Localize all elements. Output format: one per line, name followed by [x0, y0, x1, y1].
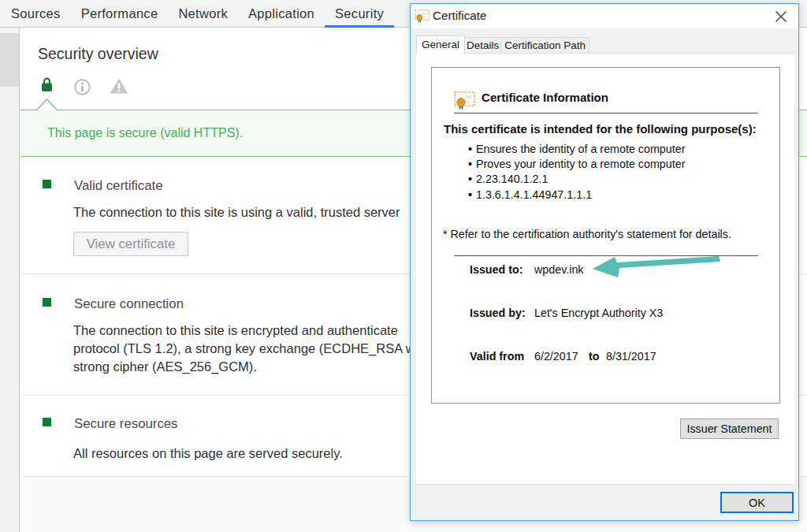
secure-connection-line3: strong cipher (AES_256_GCM). [73, 358, 415, 376]
close-icon[interactable] [775, 10, 787, 23]
info-icon[interactable] [74, 79, 91, 95]
bullet-icon: • [468, 188, 472, 201]
dialog-general-page: Certificate Information This certificate… [416, 53, 794, 485]
purpose-text: 1.3.6.1.4.1.44947.1.1.1 [476, 188, 592, 201]
secure-connection-line2: protocol (TLS 1.2), a strong key exchang… [73, 340, 415, 358]
screen: Sources Performance Network Application … [0, 0, 807, 532]
valid-from-value: 6/2/2017 [534, 350, 578, 363]
dialog-tab-general[interactable]: General [416, 35, 465, 54]
purpose-text: Ensures the identity of a remote compute… [476, 143, 685, 155]
certificate-info-box: Certificate Information This certificate… [431, 67, 780, 404]
dialog-titlebar[interactable]: Certificate [411, 4, 798, 28]
secure-resources-bullet [43, 418, 51, 426]
warning-icon[interactable] [110, 78, 128, 94]
banner-caret-notch [36, 98, 58, 110]
certificate-information-heading: Certificate Information [482, 91, 608, 104]
page-title: Security overview [38, 45, 158, 63]
issued-to-label: Issued to: [470, 263, 523, 276]
purpose-item: •Ensures the identity of a remote comput… [468, 142, 685, 157]
sidebar-selected-item[interactable] [0, 33, 19, 87]
dialog-title: Certificate [433, 9, 486, 22]
purpose-list: •Ensures the identity of a remote comput… [468, 142, 685, 203]
separator-line [454, 255, 758, 256]
valid-to-label: to [589, 350, 600, 363]
valid-from-label: Valid from [470, 350, 524, 363]
dialog-tab-certification-path[interactable]: Certification Path [500, 37, 589, 54]
secure-lock-icon[interactable] [41, 77, 53, 92]
certificate-dialog: Certificate General Details Certificatio… [410, 3, 799, 521]
secure-connection-line1: The connection to this site is encrypted… [73, 322, 415, 340]
purpose-item: •2.23.140.1.2.1 [468, 172, 685, 187]
valid-certificate-bullet [43, 180, 51, 188]
valid-to-value: 8/31/2017 [606, 350, 656, 363]
tab-performance[interactable]: Performance [71, 0, 169, 27]
certificate-icon-large [454, 90, 475, 111]
purpose-heading: This certificate is intended for the fol… [444, 122, 757, 136]
secure-resources-title: Secure resources [74, 416, 178, 432]
secure-connection-title: Secure connection [74, 296, 184, 312]
purpose-item: •Proves your identity to a remote comput… [468, 157, 685, 172]
separator-line [454, 113, 758, 113]
valid-certificate-title: Valid certificate [74, 178, 163, 194]
secure-resources-body: All resources on this page are served se… [73, 445, 343, 463]
tab-application[interactable]: Application [238, 0, 325, 27]
issued-by-value: Let's Encrypt Authority X3 [534, 307, 663, 319]
view-certificate-button[interactable]: View certificate [73, 232, 188, 256]
valid-certificate-body: The connection to this site is using a v… [73, 203, 400, 221]
bullet-icon: • [468, 158, 472, 170]
purpose-text: 2.23.140.1.2.1 [476, 173, 548, 185]
purpose-item: •1.3.6.1.4.1.44947.1.1.1 [468, 188, 685, 203]
secure-connection-bullet [43, 298, 51, 307]
secure-connection-body: The connection to this site is encrypted… [73, 322, 415, 376]
tab-sources[interactable]: Sources [1, 0, 71, 27]
security-summary-text: This page is secure (valid HTTPS). [47, 126, 243, 140]
tab-security[interactable]: Security [325, 0, 394, 27]
bullet-icon: • [468, 143, 472, 155]
dialog-tabs: General Details Certification Path [416, 35, 589, 54]
refer-note: * Refer to the certification authority's… [443, 228, 731, 240]
purpose-text: Proves your identity to a remote compute… [476, 158, 685, 170]
issued-to-value: wpdev.ink [534, 263, 584, 276]
bullet-icon: • [468, 173, 472, 185]
security-sidebar[interactable] [0, 28, 20, 532]
ok-button[interactable]: OK [720, 492, 794, 513]
tab-network[interactable]: Network [168, 0, 238, 27]
dialog-tab-details[interactable]: Details [464, 37, 501, 54]
issuer-statement-button[interactable]: Issuer Statement [680, 419, 779, 439]
issued-by-label: Issued by: [470, 307, 526, 319]
certificate-icon [415, 9, 430, 24]
